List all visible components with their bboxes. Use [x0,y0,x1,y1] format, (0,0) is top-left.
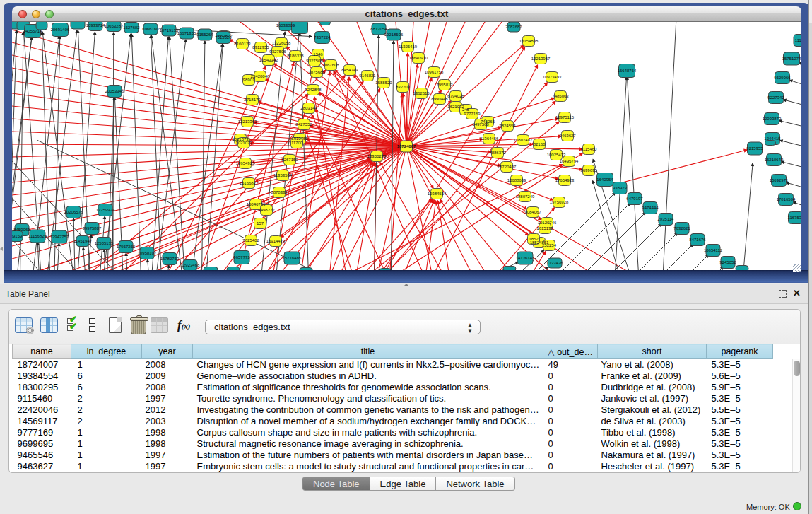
svg-text:19384554: 19384554 [428,192,447,196]
svg-text:6966160: 6966160 [142,27,159,31]
svg-text:19756928: 19756928 [550,200,569,204]
svg-text:11325419: 11325419 [399,45,418,49]
svg-text:8215955: 8215955 [746,146,763,151]
svg-text:1546: 1546 [313,52,323,57]
svg-text:10958107: 10958107 [138,251,157,255]
svg-text:18807249: 18807249 [516,194,535,199]
svg-text:17016504: 17016504 [777,197,796,201]
svg-text:8912955: 8912955 [252,45,269,49]
svg-text:19218506: 19218506 [384,33,404,37]
svg-text:20691406: 20691406 [51,28,70,32]
svg-text:12505135: 12505135 [95,241,114,245]
svg-text:17654923: 17654923 [555,178,575,182]
svg-text:1852: 1852 [529,237,539,241]
svg-text:7485063: 7485063 [552,94,569,98]
svg-text:18724007: 18724007 [397,144,416,148]
svg-text:1112: 1112 [795,38,801,42]
svg-text:9699695: 9699695 [580,168,597,173]
svg-text:2718170: 2718170 [244,98,261,102]
svg-text:7357224: 7357224 [314,35,331,40]
svg-text:14055714: 14055714 [23,29,42,33]
svg-text:7515526: 7515526 [215,35,232,40]
svg-text:39159: 39159 [12,234,23,238]
svg-text:10933714: 10933714 [86,23,105,28]
svg-text:2803144: 2803144 [300,106,317,110]
svg-text:2867608: 2867608 [322,63,339,67]
svg-text:10973493: 10973493 [543,75,562,79]
svg-text:9084067: 9084067 [524,210,541,214]
svg-text:8459061: 8459061 [13,228,30,232]
svg-text:18300273: 18300273 [367,154,387,158]
svg-text:21364456: 21364456 [480,136,499,141]
svg-text:9657771: 9657771 [233,255,250,259]
svg-text:6497568: 6497568 [472,122,489,127]
svg-text:14136141: 14136141 [516,256,535,260]
svg-text:9463627: 9463627 [559,134,576,138]
svg-text:1615132: 1615132 [536,226,553,230]
svg-text:17654925: 17654925 [236,161,255,165]
svg-text:1021073: 1021073 [235,141,252,145]
svg-text:9242848: 9242848 [305,88,322,92]
svg-text:9777169: 9777169 [464,112,481,116]
svg-text:8427552: 8427552 [295,122,312,127]
svg-text:6479197: 6479197 [626,197,643,201]
svg-text:10654112: 10654112 [704,248,723,252]
svg-text:8454749: 8454749 [341,68,358,72]
svg-text:9529966: 9529966 [774,76,791,80]
svg-text:9245052: 9245052 [719,260,736,264]
svg-text:938923: 938923 [613,186,628,190]
svg-text:9474444: 9474444 [642,206,659,210]
svg-text:7886372: 7886372 [489,151,506,155]
svg-text:10688609: 10688609 [507,178,526,182]
svg-text:18640910: 18640910 [409,56,428,60]
svg-text:17359924: 17359924 [96,208,115,212]
svg-text:3824554: 3824554 [499,124,516,128]
svg-text:8990448: 8990448 [431,97,448,101]
svg-text:10120746: 10120746 [538,221,557,225]
svg-text:10653287: 10653287 [105,24,124,28]
svg-text:10961758: 10961758 [425,70,444,74]
svg-text:20206576: 20206576 [64,210,83,214]
svg-text:11156829: 11156829 [28,234,47,238]
svg-text:20053346: 20053346 [105,89,124,93]
svg-text:7955812: 7955812 [436,83,453,87]
svg-text:6794028: 6794028 [447,94,464,98]
svg-text:9327508: 9327508 [306,59,323,63]
svg-text:15716485: 15716485 [283,256,302,260]
svg-text:157: 157 [257,221,264,226]
svg-text:7632621: 7632621 [673,226,690,230]
svg-text:12942757: 12942757 [50,235,69,239]
svg-text:1244415: 1244415 [764,136,781,141]
svg-text:10025433: 10025433 [547,153,566,157]
svg-text:99975887: 99975887 [83,226,102,230]
svg-text:10807487: 10807487 [514,138,533,142]
svg-text:13226058: 13226058 [272,41,291,45]
svg-text:11451947: 11451947 [73,239,93,243]
svg-text:16210643: 16210643 [765,158,784,162]
svg-text:16033809: 16033809 [276,23,295,28]
svg-text:1640954: 1640954 [596,177,613,182]
svg-text:1588520: 1588520 [375,81,392,85]
svg-text:15720407: 15720407 [498,165,517,169]
svg-text:1362615: 1362615 [413,91,430,95]
svg-text:12923468: 12923468 [181,263,200,267]
svg-text:16154808: 16154808 [519,39,539,43]
svg-text:98901: 98901 [243,78,255,82]
svg-text:8267150: 8267150 [281,158,298,162]
svg-text:9115460: 9115460 [581,147,598,151]
svg-text:3875685: 3875685 [308,70,325,74]
svg-text:12213967: 12213967 [531,57,551,61]
svg-text:9227342: 9227342 [767,95,784,100]
svg-text:3498222: 3498222 [258,208,275,212]
svg-text:8186328: 8186328 [287,54,304,58]
svg-text:9327506: 9327506 [269,49,286,54]
svg-text:1167531: 1167531 [788,216,801,220]
svg-text:11700: 11700 [291,141,303,145]
svg-text:15751074: 15751074 [782,57,801,61]
svg-text:2087682: 2087682 [505,25,522,29]
svg-text:12213363: 12213363 [238,119,257,124]
svg-text:16648764: 16648764 [618,69,637,73]
svg-text:8813054: 8813054 [370,27,387,31]
svg-text:16046786: 16046786 [247,202,266,206]
svg-text:8878332: 8878332 [271,190,288,194]
